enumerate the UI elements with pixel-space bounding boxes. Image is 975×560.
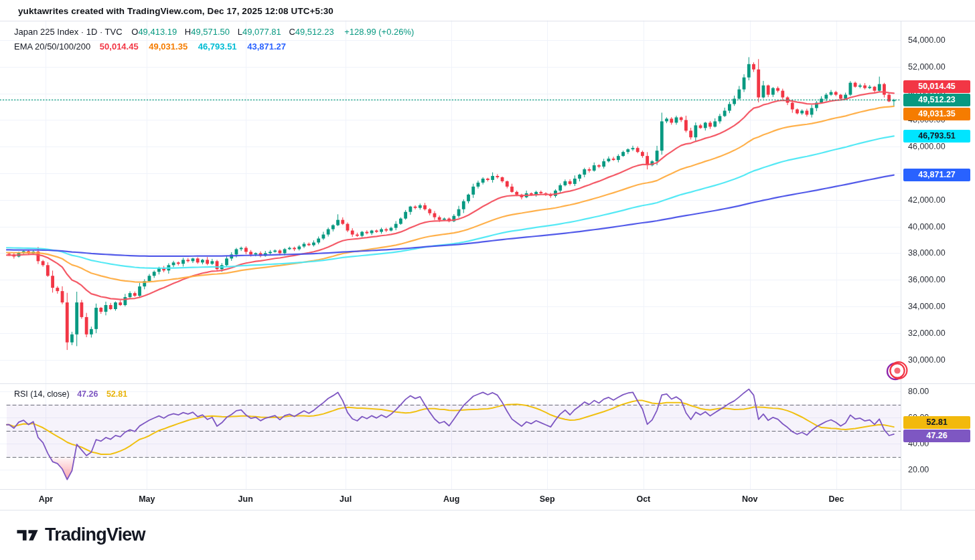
price-axis-label: 38,000.00 <box>908 248 946 258</box>
chart-top-border <box>0 21 975 21</box>
price-axis-label: 46,000.00 <box>908 142 946 151</box>
time-axis-month-label: Nov <box>742 494 758 504</box>
time-axis[interactable]: AprMayJunJulAugSepOctNovDec <box>0 490 901 510</box>
time-axis-month-label: Apr <box>39 494 54 504</box>
price-axis-label: 34,000.00 <box>908 302 946 311</box>
ohlc-close: C49,512.23 <box>289 27 333 37</box>
rsi-ma-value: 52.81 <box>106 389 127 399</box>
symbol-legend[interactable]: Japan 225 Index · 1D · TVC O49,413.19 H4… <box>14 27 414 37</box>
ema50-value: 49,031.35 <box>149 41 188 52</box>
ema200-value: 43,871.27 <box>247 41 286 52</box>
ohlc-high: H49,571.50 <box>185 27 230 37</box>
price-axis-label: 52,000.00 <box>908 62 946 72</box>
ema20-price-badge: 50,014.45 <box>903 80 970 93</box>
time-axis-month-label: Aug <box>443 494 459 504</box>
ema-legend-label[interactable]: EMA 20/50/100/200 <box>14 41 90 52</box>
ema200-price-badge: 43,871.27 <box>903 169 970 181</box>
ema-legend[interactable]: EMA 20/50/100/200 50,014.45 49,031.35 46… <box>14 41 294 52</box>
rsi-legend-label[interactable]: RSI (14, close) <box>14 389 70 399</box>
rsi-axis-label: 20.00 <box>908 465 929 474</box>
last-price-badge: 49,512.23 <box>903 94 970 106</box>
price-axis-label: 40,000.00 <box>908 222 946 231</box>
price-axis[interactable]: 54,000.0052,000.0050,000.0048,000.0046,0… <box>901 21 975 489</box>
price-axis-label: 30,000.00 <box>908 355 946 365</box>
tradingview-logo[interactable]: TradingView <box>16 525 145 545</box>
ema100-price-badge: 46,793.51 <box>903 130 970 143</box>
pane-separator[interactable] <box>0 383 975 384</box>
tradingview-logo-mark-icon <box>16 525 39 545</box>
time-axis-month-label: Jul <box>340 494 352 504</box>
time-axis-month-label: May <box>139 494 155 504</box>
chart-bottom-border <box>0 510 975 510</box>
tradingview-logo-text: TradingView <box>45 525 145 545</box>
price-axis-label: 36,000.00 <box>908 275 946 284</box>
symbol-title[interactable]: Japan 225 Index · 1D · TVC <box>14 27 123 37</box>
rsi-value: 47.26 <box>77 389 98 399</box>
rsi-legend[interactable]: RSI (14, close) 47.26 52.81 <box>14 389 133 399</box>
tradingview-chart-widget: yuktawrites created with TradingView.com… <box>0 0 975 560</box>
watermark: yuktawrites created with TradingView.com… <box>18 6 333 16</box>
rsi-ma-badge: 52.81 <box>903 416 970 429</box>
time-axis-month-label: Jun <box>238 494 253 504</box>
price-axis-label: 42,000.00 <box>908 195 946 205</box>
record-replay-icon[interactable] <box>885 359 911 383</box>
ema20-value: 50,014.45 <box>100 41 139 52</box>
ohlc-low: L49,077.81 <box>238 27 281 37</box>
time-axis-month-label: Dec <box>828 494 844 504</box>
price-change: +128.99 (+0.26%) <box>344 27 414 37</box>
ohlc-open: O49,413.19 <box>131 27 177 37</box>
price-axis-label: 54,000.00 <box>908 35 946 45</box>
ema50-price-badge: 49,031.35 <box>903 108 970 120</box>
time-axis-month-label: Oct <box>636 494 650 504</box>
ema100-value: 46,793.51 <box>198 41 237 52</box>
price-chart-canvas[interactable] <box>0 0 975 560</box>
rsi-value-badge: 47.26 <box>903 430 970 442</box>
time-axis-month-label: Sep <box>540 494 555 504</box>
price-axis-label: 32,000.00 <box>908 329 946 338</box>
rsi-axis-label: 80.00 <box>908 387 929 396</box>
